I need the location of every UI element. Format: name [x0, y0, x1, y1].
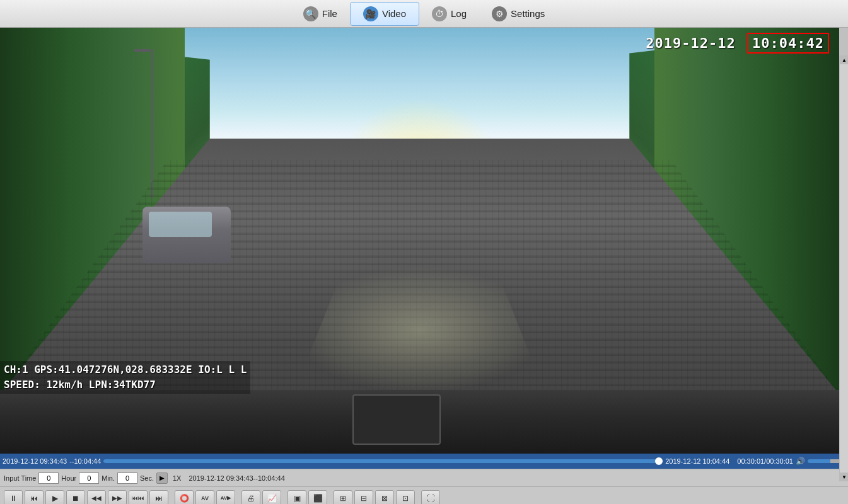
pause-button[interactable]: ⏸: [4, 490, 23, 505]
layout-grid2[interactable]: ⊟: [354, 490, 373, 505]
layout-box2[interactable]: ⬛: [308, 490, 327, 505]
prev-file-button[interactable]: ⏮⏮: [129, 490, 148, 505]
min-label: Min.: [102, 474, 115, 482]
video-icon: 🎥: [363, 6, 378, 21]
menu-item-settings[interactable]: ⚙ Settings: [479, 3, 557, 25]
menu-item-log[interactable]: ⏱ Log: [419, 3, 479, 25]
timestamp-date: 2019-12-12: [646, 35, 735, 51]
menu-video-label: Video: [382, 8, 406, 19]
log-icon: ⏱: [432, 6, 447, 21]
video-area: 2019-12-12 10:04:42 CH:1 GPS:41.047276N,…: [0, 28, 839, 454]
timeline-current: 2019-12-12 10:04:44: [665, 457, 729, 465]
print-button[interactable]: 🖨: [241, 490, 260, 505]
play-button[interactable]: ▶: [45, 490, 64, 505]
menu-file-label: File: [322, 8, 337, 19]
timeline-range-display: 2019-12-12 09:34:43--10:04:44: [189, 474, 284, 482]
file-icon: 🔍: [303, 6, 318, 21]
fullscreen-button[interactable]: ⛶: [421, 490, 440, 505]
next-file-button[interactable]: ⏭: [149, 490, 168, 505]
layout-grid4[interactable]: ⊡: [396, 490, 415, 505]
controls-bar: ⏸ ⏮ ▶ ⏹ ◀◀ ▶▶ ⏮⏮ ⏭ ⭕ AV AV▶ 🖨 📈 ▣ ⬛ ⊞ ⊟ …: [0, 486, 848, 504]
gps-line1: CH:1 GPS:41.047276N,028.683332E IO:L L L: [4, 362, 247, 377]
dash-device: [352, 394, 441, 445]
volume-control: 🔊: [796, 457, 845, 466]
gps-line2: SPEED: 12km/h LPN:34TKD77: [4, 377, 247, 392]
timeline-end: --10:04:44: [69, 457, 101, 465]
av-button[interactable]: AV: [195, 490, 214, 505]
menu-settings-label: Settings: [511, 8, 545, 19]
stop-button[interactable]: ⏹: [66, 490, 85, 505]
layout-grid1[interactable]: ⊞: [334, 490, 352, 505]
snapshot-button[interactable]: ⭕: [175, 490, 194, 505]
sec-input[interactable]: [117, 472, 137, 484]
lamp-post: [151, 49, 153, 198]
scroll-up-arrow[interactable]: ▲: [840, 55, 848, 64]
car-window: [149, 212, 212, 237]
layout-single[interactable]: ▣: [288, 490, 306, 505]
min-input[interactable]: [79, 472, 99, 484]
scroll-down-arrow[interactable]: ▼: [840, 472, 848, 481]
next-frame-button[interactable]: ▶▶: [108, 490, 127, 505]
chart-button[interactable]: 📈: [262, 490, 281, 505]
timeline-progress[interactable]: [103, 459, 663, 463]
input-time-section: Input Time Hour Min. Sec. ▶ 1X 2019-12-1…: [0, 469, 848, 486]
input-time-label: Input Time: [4, 474, 36, 482]
layout-grid3[interactable]: ⊠: [375, 490, 394, 505]
settings-icon: ⚙: [492, 6, 507, 21]
timeline-start: 2019-12-12 09:34:43: [3, 457, 67, 465]
right-scrollbar[interactable]: ▲ ▼: [839, 55, 848, 481]
menu-item-video[interactable]: 🎥 Video: [350, 2, 419, 26]
speed-label: 1X: [173, 474, 181, 482]
timeline-bar: 2019-12-12 09:34:43 --10:04:44 2019-12-1…: [0, 454, 848, 469]
timeline-fill: [103, 459, 663, 463]
timestamp-time: 10:04:42: [747, 33, 829, 54]
menu-bar: 🔍 File 🎥 Video ⏱ Log ⚙ Settings: [0, 0, 848, 28]
timeline-thumb[interactable]: [655, 457, 663, 465]
timestamp-overlay: 2019-12-12 10:04:42: [646, 35, 829, 51]
dashboard: [0, 390, 839, 454]
rewind-button[interactable]: ⏮: [25, 490, 44, 505]
menu-log-label: Log: [451, 8, 467, 19]
prev-frame-button[interactable]: ◀◀: [87, 490, 106, 505]
gps-overlay: CH:1 GPS:41.047276N,028.683332E IO:L L L…: [0, 361, 250, 394]
avr-button[interactable]: AV▶: [216, 490, 235, 505]
menu-item-file[interactable]: 🔍 File: [291, 3, 350, 25]
timeline-duration: 00:30:01/00:30:01: [737, 457, 793, 465]
hour-input[interactable]: [38, 472, 59, 484]
time-go-button[interactable]: ▶: [156, 472, 168, 484]
lamp-head: [134, 49, 150, 52]
sec-label: Sec.: [140, 474, 154, 482]
hour-label: Hour: [61, 474, 76, 482]
volume-icon: 🔊: [796, 457, 805, 466]
car-left: [142, 207, 231, 263]
